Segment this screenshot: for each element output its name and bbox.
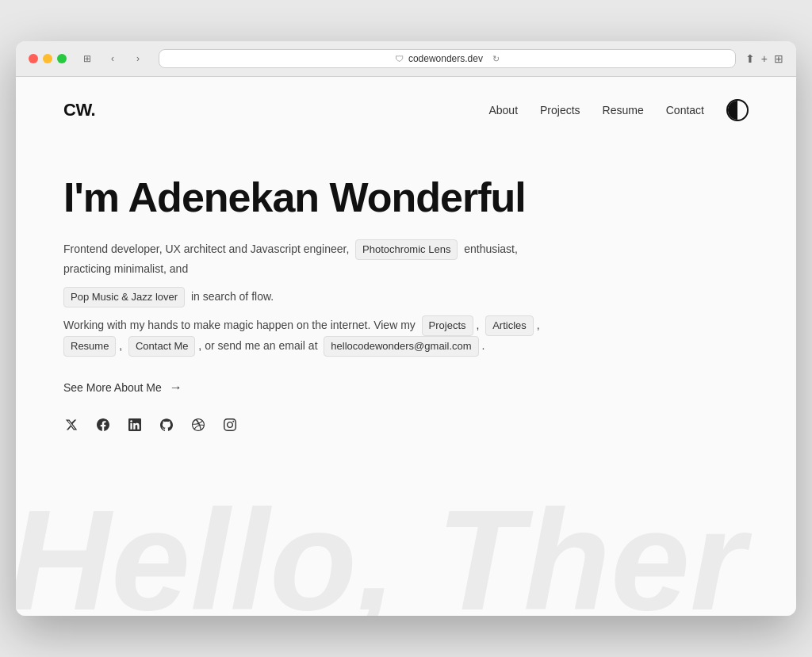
new-tab-icon[interactable]: + (761, 52, 768, 65)
minimize-button[interactable] (43, 54, 52, 63)
toolbar-right: ⬆ + ⊞ (745, 52, 783, 65)
linkedin-icon[interactable] (127, 417, 143, 433)
tag-contact-me[interactable]: Contact Me (128, 336, 195, 357)
desc2-before: Working with my hands to make magic happ… (63, 319, 416, 331)
share-icon[interactable]: ⬆ (745, 52, 755, 65)
facebook-icon[interactable] (95, 417, 111, 433)
desc2-after: , or send me an email at (198, 339, 317, 352)
tag-photochromic[interactable]: Photochromic Lens (355, 239, 458, 260)
see-more-link[interactable]: See More About Me → (63, 380, 749, 395)
tag-articles[interactable]: Articles (485, 315, 534, 336)
arrow-icon: → (170, 380, 182, 395)
browser-chrome: ⊞ ‹ › 🛡 codewonders.dev ↻ ⬆ + ⊞ (16, 41, 796, 77)
nav-about[interactable]: About (488, 104, 518, 117)
hero-section: I'm Adenekan Wonderful Frontend develope… (16, 143, 796, 488)
nav-links: About Projects Resume Contact (488, 99, 749, 121)
browser-window: ⊞ ‹ › 🛡 codewonders.dev ↻ ⬆ + ⊞ (16, 41, 796, 616)
email-link[interactable]: hellocodewonders@gmail.com (324, 336, 478, 357)
dribbble-icon[interactable] (190, 417, 206, 433)
tag-projects[interactable]: Projects (422, 315, 473, 336)
hero-desc-1: Frontend developer, UX architect and Jav… (63, 239, 555, 279)
shield-icon: 🛡 (395, 54, 404, 63)
forward-button[interactable]: › (127, 50, 149, 67)
desc1-end: in search of flow. (191, 290, 274, 303)
nav-projects[interactable]: Projects (540, 104, 580, 117)
bg-text: Hello, Ther (16, 489, 745, 616)
site-content: CW. About Projects Resume Contact I'm Ad… (16, 77, 796, 616)
grid-icon[interactable]: ⊞ (774, 52, 783, 65)
site-nav: CW. About Projects Resume Contact (16, 77, 796, 143)
social-icons (63, 417, 749, 433)
nav-contact[interactable]: Contact (666, 104, 704, 117)
hero-desc-2: Working with my hands to make magic happ… (63, 315, 587, 357)
hero-title: I'm Adenekan Wonderful (63, 175, 749, 220)
theme-toggle[interactable] (726, 99, 749, 121)
tag-music[interactable]: Pop Music & Jazz lover (63, 287, 185, 307)
titlebar: ⊞ ‹ › 🛡 codewonders.dev ↻ ⬆ + ⊞ (29, 49, 783, 76)
instagram-icon[interactable] (222, 417, 238, 433)
url-text: codewonders.dev (408, 53, 483, 64)
sidebar-toggle[interactable]: ⊞ (76, 50, 98, 67)
browser-controls: ⊞ ‹ › (76, 50, 149, 67)
back-button[interactable]: ‹ (102, 50, 124, 67)
address-bar[interactable]: 🛡 codewonders.dev ↻ (159, 49, 736, 68)
close-button[interactable] (29, 54, 38, 63)
github-icon[interactable] (159, 417, 174, 433)
desc1-before: Frontend developer, UX architect and Jav… (63, 243, 349, 255)
traffic-lights (29, 54, 67, 63)
hero-desc-1b: Pop Music & Jazz lover in search of flow… (63, 287, 555, 307)
address-bar-container: 🛡 codewonders.dev ↻ (159, 49, 736, 68)
twitter-icon[interactable] (63, 417, 79, 433)
tag-resume[interactable]: Resume (63, 336, 116, 357)
see-more-text: See More About Me (63, 381, 162, 394)
refresh-icon: ↻ (492, 54, 500, 64)
maximize-button[interactable] (57, 54, 67, 63)
site-logo[interactable]: CW. (63, 100, 95, 120)
nav-resume[interactable]: Resume (603, 104, 644, 117)
